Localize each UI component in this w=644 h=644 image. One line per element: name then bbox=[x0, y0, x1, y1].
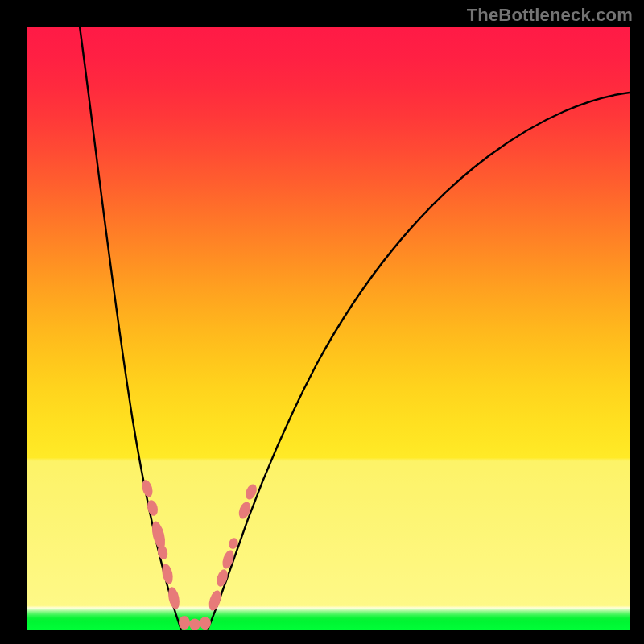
chart-frame: TheBottleneck.com bbox=[0, 0, 644, 644]
marker-blob bbox=[200, 617, 211, 630]
plot-area bbox=[27, 27, 630, 630]
gradient-background bbox=[27, 27, 630, 630]
watermark-label: TheBottleneck.com bbox=[467, 5, 633, 26]
marker-blob bbox=[179, 616, 190, 630]
marker-blob bbox=[189, 619, 200, 630]
plot-svg bbox=[27, 27, 630, 630]
